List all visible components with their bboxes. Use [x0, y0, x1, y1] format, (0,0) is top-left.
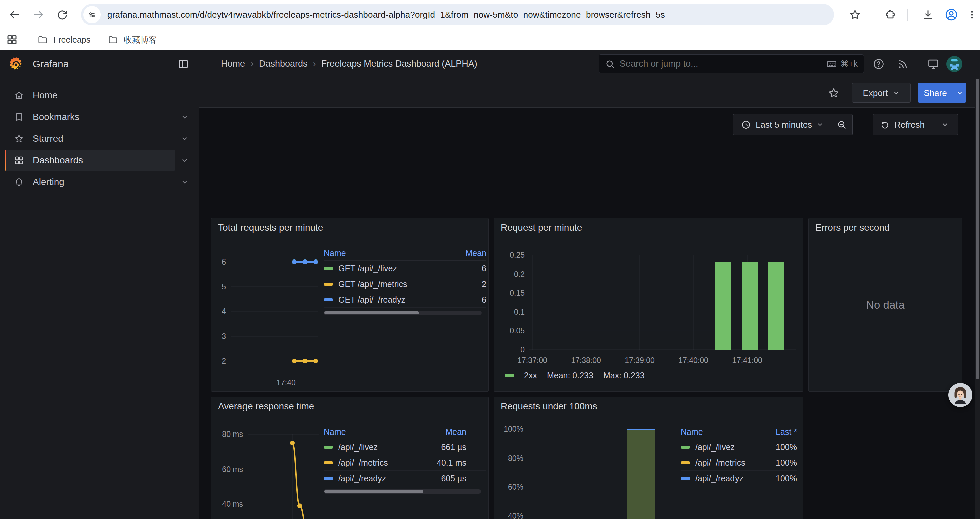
- forward-icon[interactable]: [31, 7, 47, 23]
- sidebar-expand-chevron-icon[interactable]: [175, 172, 194, 192]
- series-name[interactable]: GET /api/_/metrics: [338, 279, 407, 289]
- legend-row[interactable]: /api/_/livez661 µs646 µs: [323, 439, 486, 455]
- sidebar-item-starred[interactable]: Starred: [5, 128, 194, 149]
- grafana-logo-icon[interactable]: [8, 56, 24, 72]
- sidebar-item-button[interactable]: Bookmarks: [5, 107, 175, 127]
- series-color-swatch: [323, 461, 333, 464]
- sidebar-item-bookmarks[interactable]: Bookmarks: [5, 107, 194, 127]
- dock-menu-icon[interactable]: [176, 57, 191, 72]
- reload-icon[interactable]: [54, 7, 70, 23]
- sidebar-expand-chevron-icon[interactable]: [175, 150, 194, 171]
- series-name[interactable]: /api/_/readyz: [695, 474, 743, 483]
- legend-horizontal-scrollbar[interactable]: [323, 489, 481, 493]
- legend-value: 620 µs: [466, 474, 486, 483]
- legend-value: 40.1 ms: [423, 458, 466, 468]
- zoom-out-button[interactable]: [831, 114, 852, 135]
- legend-row[interactable]: /api/_/livez100%: [681, 439, 797, 455]
- floating-assistant-avatar[interactable]: [948, 383, 972, 407]
- breadcrumb-item[interactable]: Dashboards: [259, 59, 307, 69]
- sidebar-expand-chevron-icon[interactable]: [175, 107, 194, 127]
- scrollbar-thumb[interactable]: [976, 79, 979, 379]
- scrollbar-thumb[interactable]: [324, 490, 423, 493]
- search-box[interactable]: ⌘+k: [599, 54, 864, 73]
- legend-column-header[interactable]: Name: [323, 249, 443, 258]
- legend-row[interactable]: GET /api/_/readyz6: [323, 292, 486, 308]
- extensions-icon[interactable]: [883, 7, 899, 23]
- bookmark-folder[interactable]: 收藏博客: [108, 34, 157, 45]
- refresh-button[interactable]: Refresh: [873, 114, 932, 135]
- svg-text:2: 2: [222, 357, 226, 366]
- user-avatar[interactable]: [946, 56, 963, 72]
- sidebar-item-button[interactable]: Dashboards: [5, 150, 175, 171]
- sidebar-item-alerting[interactable]: Alerting: [5, 172, 194, 192]
- favorite-star-icon[interactable]: [827, 87, 841, 99]
- search-input[interactable]: [620, 59, 826, 69]
- time-range-picker[interactable]: Last 5 minutes: [733, 114, 830, 135]
- url-bar[interactable]: grafana.mathmast.com/d/deytv4rwavabkb/fr…: [81, 4, 834, 26]
- sidebar-item-label: Dashboards: [33, 155, 83, 166]
- panel-legend[interactable]: 2xxMean: 0.233Max: 0.233: [505, 371, 645, 380]
- series-name[interactable]: GET /api/_/readyz: [338, 295, 405, 305]
- series-name[interactable]: /api/_/livez: [338, 442, 378, 452]
- sidebar-item-button[interactable]: Alerting: [5, 172, 175, 192]
- breadcrumb-item[interactable]: Home: [221, 59, 245, 69]
- sidebar-item-button[interactable]: Starred: [5, 128, 175, 149]
- downloads-icon[interactable]: [920, 7, 936, 23]
- scrollbar-thumb[interactable]: [324, 311, 419, 314]
- sidebar-item-label: Starred: [33, 133, 64, 144]
- export-button[interactable]: Export: [852, 83, 911, 102]
- legend-row[interactable]: /api/_/readyz100%: [681, 471, 797, 486]
- legend-column-header[interactable]: Mean: [443, 249, 486, 258]
- legend-column-header[interactable]: Name: [323, 427, 423, 437]
- legend-row[interactable]: /api/_/metrics100%: [681, 455, 797, 471]
- sidebar-item-button[interactable]: Home: [5, 85, 175, 105]
- legend-row[interactable]: /api/_/readyz605 µs620 µs: [323, 471, 486, 486]
- legend-row[interactable]: GET /api/_/livez6: [323, 260, 486, 276]
- series-name[interactable]: GET /api/_/livez: [338, 263, 397, 273]
- apps-grid-icon[interactable]: [6, 34, 18, 46]
- bookmark-folder[interactable]: Freeleaps: [37, 34, 91, 45]
- sidebar-item-label: Alerting: [33, 177, 64, 187]
- series-color-swatch: [323, 267, 333, 270]
- panel-legend-table: NameMeanLast */api/_/livez661 µs646 µs/a…: [323, 425, 486, 493]
- legend-column-header[interactable]: Last *: [466, 427, 486, 437]
- breadcrumb-item[interactable]: Freeleaps Metrics Dashboard (ALPHA): [321, 59, 477, 69]
- series-name[interactable]: /api/_/readyz: [338, 474, 386, 483]
- share-button-label[interactable]: Share: [918, 83, 953, 102]
- sidebar-item-home[interactable]: Home: [5, 85, 194, 105]
- breadcrumb-separator: ›: [250, 59, 253, 69]
- series-name[interactable]: /api/_/metrics: [338, 458, 388, 468]
- help-icon[interactable]: [873, 58, 885, 70]
- legend-horizontal-scrollbar[interactable]: [323, 311, 482, 315]
- grafana-header-left: Grafana: [0, 50, 199, 78]
- share-button[interactable]: Share: [918, 83, 966, 102]
- series-name[interactable]: /api/_/metrics: [695, 458, 745, 468]
- legend-column-header[interactable]: Last *: [760, 427, 797, 437]
- back-icon[interactable]: [6, 7, 22, 23]
- legend-value: 6: [443, 295, 486, 305]
- url-text[interactable]: grafana.mathmast.com/d/deytv4rwavabkb/fr…: [107, 10, 665, 20]
- news-rss-icon[interactable]: [897, 58, 909, 70]
- site-settings-icon[interactable]: [83, 6, 101, 23]
- bookmark-folder-label: 收藏博客: [124, 34, 157, 45]
- panel-average-response-time: Average response time 80 ms60 ms40 ms20 …: [211, 397, 488, 519]
- svg-text:0.2: 0.2: [514, 270, 525, 278]
- profile-icon[interactable]: [943, 7, 959, 23]
- legend-row[interactable]: /api/_/metrics40.1 ms20.5 ms: [323, 455, 486, 471]
- sidebar-item-dashboards[interactable]: Dashboards: [5, 150, 194, 171]
- legend-value: 100%: [760, 474, 797, 483]
- chevron-down-icon: [816, 121, 823, 128]
- browser-menu-icon[interactable]: [965, 7, 978, 23]
- legend-value: 2: [443, 279, 486, 289]
- page-scrollbar[interactable]: [975, 78, 980, 519]
- refresh-interval-dropdown[interactable]: [932, 114, 958, 135]
- bookmark-page-star-icon[interactable]: [847, 7, 863, 23]
- series-name[interactable]: /api/_/livez: [695, 442, 735, 452]
- share-dropdown-button[interactable]: [953, 83, 966, 102]
- legend-column-header[interactable]: Mean: [423, 427, 466, 437]
- sidebar-expand-chevron-icon[interactable]: [175, 128, 194, 149]
- monitor-icon[interactable]: [927, 58, 940, 70]
- legend-row[interactable]: GET /api/_/metrics2: [323, 276, 486, 292]
- chart-plot[interactable]: 0.250.20.150.10.05017:37:0017:38:0017:39…: [494, 219, 803, 391]
- legend-column-header[interactable]: Name: [681, 427, 760, 437]
